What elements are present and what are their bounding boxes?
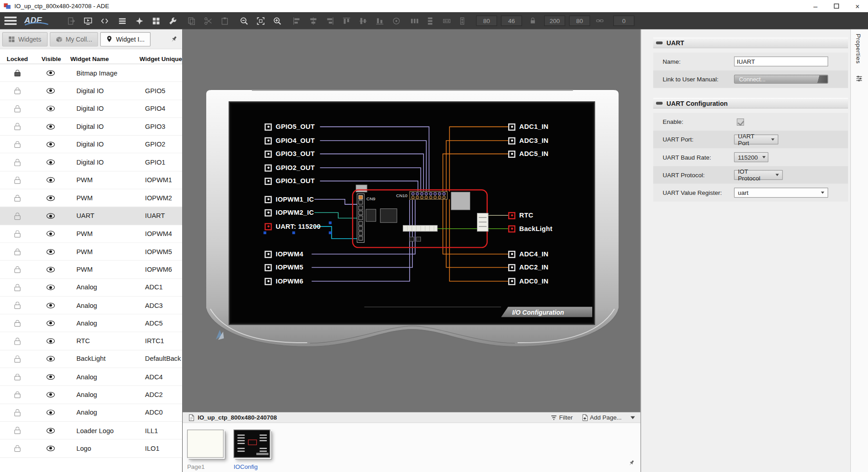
visibility-eye-icon[interactable] — [47, 249, 55, 255]
center-on-page-button[interactable] — [392, 16, 401, 26]
visibility-eye-icon[interactable] — [47, 410, 55, 415]
visibility-eye-icon[interactable] — [47, 267, 55, 272]
lock-icon[interactable] — [14, 108, 20, 112]
lock-icon[interactable] — [14, 90, 20, 94]
lock-icon[interactable] — [14, 376, 20, 381]
lock-icon[interactable] — [14, 358, 20, 363]
align-top-button[interactable] — [342, 16, 351, 26]
table-row[interactable]: Analog ADC5 — [0, 315, 182, 333]
table-row[interactable]: PWM IOPWM4 — [0, 225, 182, 243]
lock-icon[interactable] — [14, 251, 20, 255]
cut-button[interactable] — [203, 16, 212, 26]
lock-icon[interactable] — [14, 197, 20, 202]
table-row[interactable]: Analog ADC3 — [0, 297, 182, 315]
visibility-eye-icon[interactable] — [47, 213, 55, 218]
code-view-button[interactable] — [99, 16, 109, 26]
match-height-button[interactable] — [457, 16, 467, 26]
selection-handle[interactable] — [329, 222, 331, 224]
selection-handle[interactable] — [329, 231, 331, 234]
baud-rate-select[interactable]: 115200 — [734, 152, 769, 162]
visibility-eye-icon[interactable] — [47, 88, 55, 94]
io-widget-iopwm6[interactable]: IOPWM6 — [264, 277, 303, 286]
lock-position-icon[interactable] — [526, 16, 539, 26]
table-row[interactable]: Digital IO GPIO2 — [0, 136, 182, 154]
visibility-eye-icon[interactable] — [47, 302, 55, 308]
distribute-horizontal-button[interactable] — [410, 16, 419, 26]
close-button[interactable]: × — [847, 0, 868, 12]
table-row[interactable]: Analog ADC0 — [0, 404, 182, 422]
minimize-button[interactable]: – — [805, 0, 826, 12]
align-right-button[interactable] — [325, 16, 335, 26]
visibility-eye-icon[interactable] — [47, 374, 55, 379]
io-widget-adc1-in[interactable]: ADC1_IN — [508, 123, 548, 132]
match-width-button[interactable] — [442, 16, 451, 26]
table-row[interactable]: PWM IOPWM6 — [0, 261, 182, 279]
io-widget-gpio4-out[interactable]: GPIO4_OUT — [264, 136, 315, 145]
maximize-button[interactable] — [826, 0, 847, 12]
lock-icon[interactable] — [14, 287, 20, 291]
pages-panel-pin-icon[interactable] — [628, 459, 635, 469]
lock-icon[interactable] — [14, 126, 20, 130]
paste-button[interactable] — [220, 16, 229, 26]
height-field[interactable]: 80 — [569, 15, 590, 26]
export-button[interactable] — [66, 16, 76, 26]
visibility-eye-icon[interactable] — [47, 285, 55, 290]
table-row[interactable]: Analog ADC1 — [0, 279, 182, 297]
rotation-field[interactable]: 0 — [613, 15, 635, 26]
device-screen[interactable]: CN9 CN10 GPIO5_OUT GPI — [231, 104, 592, 322]
widgets-button[interactable] — [135, 16, 144, 26]
zoom-fit-button[interactable] — [256, 16, 265, 26]
align-center-button[interactable] — [308, 16, 318, 26]
collapse-icon[interactable] — [656, 102, 663, 104]
selection-handle[interactable] — [264, 231, 266, 234]
y-position-field[interactable]: 46 — [501, 15, 522, 26]
visibility-eye-icon[interactable] — [47, 160, 55, 165]
io-widget-rtc[interactable]: RTC — [508, 211, 533, 220]
table-row[interactable]: Digital IO GPIO4 — [0, 100, 182, 118]
table-row[interactable]: RTC IRTC1 — [0, 332, 182, 350]
io-widget-adc3-in[interactable]: ADC3_IN — [508, 136, 548, 145]
page-label[interactable]: Page1 — [187, 463, 224, 470]
zoom-in-button[interactable] — [272, 16, 282, 26]
visibility-eye-icon[interactable] — [47, 106, 55, 111]
lock-icon[interactable] — [14, 448, 20, 452]
protocol-select[interactable]: IOT Protocol — [734, 170, 783, 180]
tab-widgets[interactable]: Widgets — [2, 32, 47, 46]
align-middle-button[interactable] — [358, 16, 368, 26]
section-header-uart[interactable]: UART — [653, 38, 848, 48]
lock-icon[interactable] — [14, 233, 20, 237]
pages-menu-caret[interactable] — [631, 416, 635, 419]
lock-icon[interactable] — [14, 215, 20, 220]
list-view-button[interactable] — [118, 16, 127, 26]
io-widget-iopwm5[interactable]: IOPWM5 — [264, 263, 303, 272]
io-widget-adc4-in[interactable]: ADC4_IN — [508, 250, 548, 259]
lock-icon[interactable] — [14, 304, 20, 309]
lock-icon[interactable] — [14, 179, 20, 184]
filter-button[interactable]: Filter — [551, 414, 572, 421]
lock-icon[interactable] — [14, 394, 20, 398]
io-widget-adc0-in[interactable]: ADC0_IN — [508, 277, 548, 286]
table-row[interactable]: Logo ILO1 — [0, 440, 182, 458]
distribute-vertical-button[interactable] — [425, 16, 434, 26]
io-widget-uart[interactable]: UART: 115200 — [264, 222, 321, 231]
x-position-field[interactable]: 80 — [476, 15, 497, 26]
connect-button[interactable]: Connect... — [734, 75, 828, 84]
io-widget-adc5-in[interactable]: ADC5_IN — [508, 150, 548, 159]
io-widget-gpio5-out[interactable]: GPIO5_OUT — [264, 123, 315, 132]
io-widget-gpio1-out[interactable]: GPIO1_OUT — [264, 177, 315, 186]
visibility-eye-icon[interactable] — [47, 195, 55, 201]
selection-handle[interactable] — [292, 231, 295, 234]
lock-icon[interactable] — [14, 412, 20, 416]
visibility-eye-icon[interactable] — [47, 392, 55, 397]
io-widget-adc2-in[interactable]: ADC2_IN — [508, 263, 548, 272]
visibility-eye-icon[interactable] — [47, 446, 55, 451]
table-row[interactable]: Digital IO GPIO5 — [0, 82, 182, 100]
value-register-select[interactable]: uart — [734, 188, 828, 198]
table-row[interactable]: Digital IO GPIO3 — [0, 118, 182, 136]
table-row[interactable]: Analog ADC2 — [0, 386, 182, 404]
menu-icon[interactable] — [5, 17, 17, 25]
visibility-eye-icon[interactable] — [47, 356, 55, 362]
table-row[interactable]: Bitmap Image — [0, 64, 182, 82]
table-row[interactable]: PWM IOPWM1 — [0, 171, 182, 189]
align-left-button[interactable] — [292, 16, 301, 26]
